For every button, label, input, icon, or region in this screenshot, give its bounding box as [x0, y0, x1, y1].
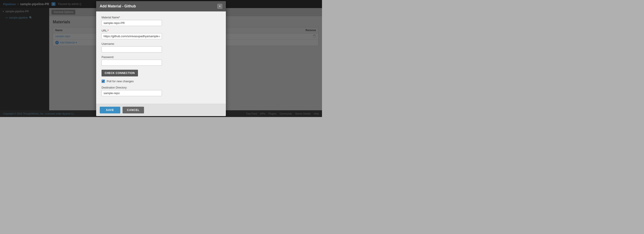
- modal-title: Add Material - Github: [100, 4, 136, 8]
- material-name-group: Material Name*: [102, 16, 220, 26]
- url-input[interactable]: [102, 33, 162, 39]
- material-name-input[interactable]: [102, 20, 162, 26]
- modal-close-button[interactable]: ×: [217, 4, 222, 9]
- destination-label: Destination Directory:: [102, 86, 220, 89]
- modal-header: Add Material - Github ×: [96, 1, 226, 12]
- check-connection-group: CHECK CONNECTION: [102, 69, 220, 76]
- poll-label[interactable]: Poll for new changes: [107, 80, 134, 83]
- username-input[interactable]: [102, 46, 162, 52]
- material-name-label: Material Name*: [102, 16, 220, 19]
- destination-group: Destination Directory:: [102, 86, 220, 96]
- modal-footer: SAVE CANCEL: [96, 104, 226, 116]
- save-button[interactable]: SAVE: [100, 107, 120, 113]
- username-label: Username:: [102, 42, 220, 46]
- add-material-modal: Add Material - Github × Material Name* U…: [96, 1, 226, 116]
- url-label: URL:*: [102, 29, 220, 32]
- cancel-button[interactable]: CANCEL: [122, 107, 144, 113]
- modal-overlay: Add Material - Github × Material Name* U…: [0, 0, 322, 117]
- check-connection-button[interactable]: CHECK CONNECTION: [102, 70, 138, 76]
- url-group: URL:*: [102, 29, 220, 39]
- password-label: Password:: [102, 56, 220, 59]
- username-group: Username:: [102, 42, 220, 52]
- password-group: Password:: [102, 56, 220, 66]
- modal-body: Material Name* URL:* Username: Password:: [96, 12, 226, 104]
- url-required: *: [108, 29, 109, 32]
- material-name-required: *: [119, 16, 120, 19]
- poll-checkbox[interactable]: [102, 80, 105, 83]
- destination-input[interactable]: [102, 90, 162, 96]
- poll-row: Poll for new changes: [102, 80, 220, 83]
- password-input[interactable]: [102, 60, 162, 66]
